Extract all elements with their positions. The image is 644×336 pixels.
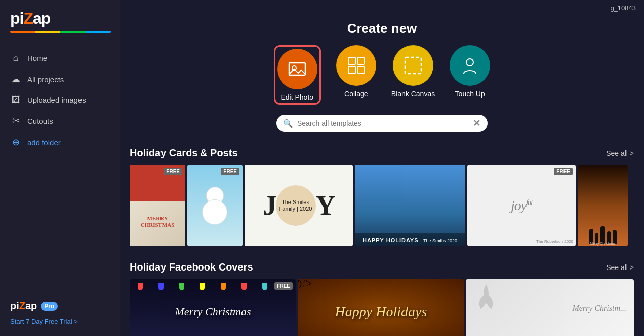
svg-point-7 <box>466 59 473 66</box>
sidebar-item-cutouts-label: Cutouts <box>27 117 53 125</box>
sidebar-item-add-folder[interactable]: ⊕ add folder <box>0 131 120 153</box>
search-clear-button[interactable]: ✕ <box>473 118 480 129</box>
sidebar-item-all-projects[interactable]: ☁ All projects <box>0 69 120 90</box>
holiday-fb-row: Merry Christmas FREE ');"> Happy Holiday… <box>130 279 634 336</box>
search-icon: 🔍 <box>283 119 293 128</box>
sidebar-item-home-label: Home <box>27 54 47 62</box>
trial-link[interactable]: Start 7 Day Free Trial > <box>10 318 78 325</box>
touch-up-button[interactable]: Touch Up <box>450 45 490 105</box>
svg-rect-3 <box>357 57 364 64</box>
list-item[interactable]: Merry Christmas <box>578 165 628 246</box>
svg-rect-2 <box>348 57 355 64</box>
pro-logo: piZap <box>10 300 37 312</box>
sidebar-item-uploaded-images-label: Uploaded images <box>27 96 86 104</box>
holiday-fb-header: Holiday Facebook Covers See all > <box>130 261 634 273</box>
main-content: g_10843 Create new Edit Photo <box>120 0 644 336</box>
list-item[interactable]: Merry Christmas FREE <box>130 279 296 336</box>
holiday-cards-see-all[interactable]: See all > <box>606 149 634 157</box>
blank-canvas-label: Blank Canvas <box>391 90 435 98</box>
holiday-cards-title: Holiday Cards & Posts <box>130 147 238 159</box>
scissors-icon: ✂ <box>10 115 21 126</box>
add-icon: ⊕ <box>10 137 21 148</box>
svg-rect-6 <box>405 57 421 74</box>
sidebar-item-all-projects-label: All projects <box>27 75 64 84</box>
list-item[interactable]: ');"> Happy Holidays <box>298 279 464 336</box>
touch-up-icon <box>450 45 490 86</box>
free-badge: FREE <box>164 168 182 175</box>
edit-photo-icon <box>277 49 317 89</box>
list-item[interactable]: joyful The Robertson 2020 FREE <box>467 165 576 246</box>
sidebar-nav: ⌂ Home ☁ All projects 🖼 Uploaded images … <box>0 48 120 290</box>
create-new-buttons: Edit Photo Collage <box>120 45 644 105</box>
pro-badge: piZap Pro <box>10 300 110 312</box>
blank-canvas-icon <box>393 45 433 86</box>
edit-photo-button[interactable]: Edit Photo <box>274 45 321 105</box>
holiday-fb-title: Holiday Facebook Covers <box>130 261 253 273</box>
search-bar: 🔍 ✕ <box>276 115 488 132</box>
collage-icon <box>336 45 376 86</box>
color-bar <box>10 31 111 33</box>
holiday-cards-row: MERRYCHRISTMAS FREE FREE <box>130 165 634 246</box>
svg-rect-5 <box>357 66 364 74</box>
logo: piZap <box>10 9 110 28</box>
sidebar-item-home[interactable]: ⌂ Home <box>0 48 120 69</box>
list-item[interactable]: MERRYCHRISTMAS FREE <box>130 165 185 246</box>
list-item[interactable]: HAPPY HOLIDAYS The Smiths 2020 <box>355 165 465 246</box>
holiday-cards-header: Holiday Cards & Posts See all > <box>130 147 634 159</box>
collage-label: Collage <box>344 90 368 98</box>
blank-canvas-button[interactable]: Blank Canvas <box>391 45 435 105</box>
sidebar: piZap ⌂ Home ☁ All projects 🖼 Uploaded i… <box>0 0 120 336</box>
holiday-fb-see-all[interactable]: See all > <box>606 263 634 272</box>
sidebar-item-cutouts[interactable]: ✂ Cutouts <box>0 110 120 131</box>
sidebar-bottom: piZap Pro Start 7 Day Free Trial > <box>0 290 120 336</box>
home-icon: ⌂ <box>10 53 21 63</box>
top-bar: g_10843 <box>120 0 644 16</box>
sidebar-item-uploaded-images[interactable]: 🖼 Uploaded images <box>0 90 120 110</box>
free-badge: FREE <box>274 282 293 290</box>
touch-up-label: Touch Up <box>455 90 485 98</box>
free-badge: FREE <box>221 168 239 175</box>
logo-area: piZap <box>0 0 120 38</box>
list-item[interactable]: Merry Christm... <box>466 279 634 336</box>
cloud-icon: ☁ <box>10 74 21 85</box>
search-input[interactable] <box>297 119 469 127</box>
svg-rect-4 <box>348 66 355 74</box>
collage-button[interactable]: Collage <box>336 45 376 105</box>
pro-label: Pro <box>41 302 58 311</box>
image-icon: 🖼 <box>10 95 21 105</box>
free-badge: FREE <box>554 168 573 175</box>
holiday-fb-section: Holiday Facebook Covers See all > <box>120 256 644 336</box>
holiday-cards-section: Holiday Cards & Posts See all > MERRYCHR… <box>120 142 644 251</box>
create-new-section: Create new Edit Photo <box>120 16 644 142</box>
list-item[interactable]: J The SmilesFamily | 2020 Y <box>245 165 353 246</box>
edit-photo-label: Edit Photo <box>281 93 313 101</box>
create-new-title: Create new <box>120 21 644 36</box>
svg-rect-0 <box>289 63 305 75</box>
sidebar-item-add-folder-label: add folder <box>27 138 61 147</box>
user-id: g_10843 <box>610 4 636 12</box>
list-item[interactable]: FREE <box>187 165 243 246</box>
